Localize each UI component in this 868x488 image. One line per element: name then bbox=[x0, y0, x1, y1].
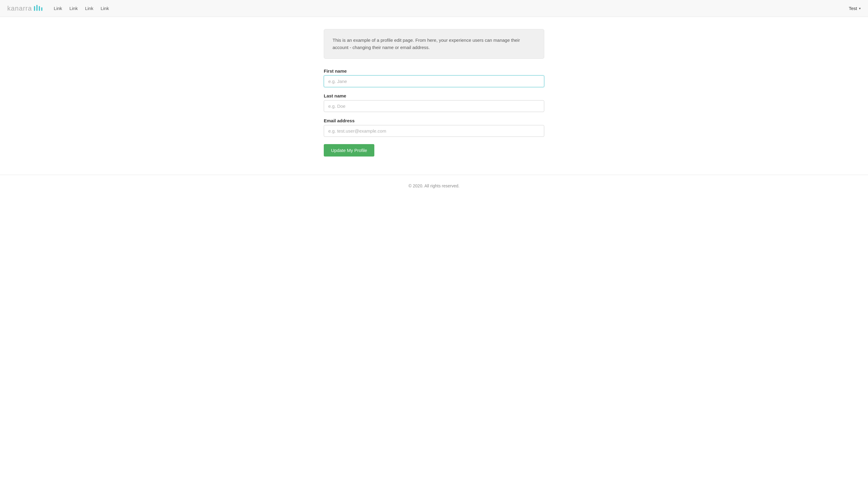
main-content: This is an example of a profile edit pag… bbox=[319, 29, 549, 157]
nav-link-1[interactable]: Link bbox=[54, 6, 62, 11]
first-name-group: First name bbox=[324, 68, 544, 87]
brand-logo[interactable]: kanarra bbox=[7, 4, 44, 13]
profile-form: First name Last name Email address Updat… bbox=[324, 68, 544, 157]
footer-copyright: © 2020. All rights reserved. bbox=[408, 184, 460, 188]
first-name-label: First name bbox=[324, 68, 544, 73]
svg-rect-0 bbox=[34, 6, 35, 11]
nav-link-3[interactable]: Link bbox=[85, 6, 94, 11]
footer: © 2020. All rights reserved. bbox=[0, 175, 868, 197]
info-box-text: This is an example of a profile edit pag… bbox=[333, 37, 535, 51]
email-label: Email address bbox=[324, 118, 544, 123]
navbar: kanarra Link Link Link Link Test ▾ bbox=[0, 0, 868, 17]
brand-icon bbox=[33, 4, 44, 13]
nav-link-4[interactable]: Link bbox=[100, 6, 109, 11]
dropdown-arrow-icon: ▾ bbox=[859, 6, 861, 10]
svg-rect-2 bbox=[39, 6, 40, 11]
user-menu[interactable]: Test ▾ bbox=[848, 6, 861, 11]
info-box: This is an example of a profile edit pag… bbox=[324, 29, 544, 59]
last-name-label: Last name bbox=[324, 93, 544, 98]
user-label: Test bbox=[848, 6, 857, 11]
last-name-input[interactable] bbox=[324, 100, 544, 112]
last-name-group: Last name bbox=[324, 93, 544, 112]
navbar-links: Link Link Link Link bbox=[54, 6, 849, 11]
brand-text: kanarra bbox=[7, 4, 32, 12]
email-input[interactable] bbox=[324, 125, 544, 137]
svg-rect-3 bbox=[41, 7, 42, 11]
email-group: Email address bbox=[324, 118, 544, 137]
first-name-input[interactable] bbox=[324, 75, 544, 87]
svg-rect-1 bbox=[36, 5, 37, 11]
update-profile-button[interactable]: Update My Profile bbox=[324, 144, 374, 157]
nav-link-2[interactable]: Link bbox=[69, 6, 78, 11]
